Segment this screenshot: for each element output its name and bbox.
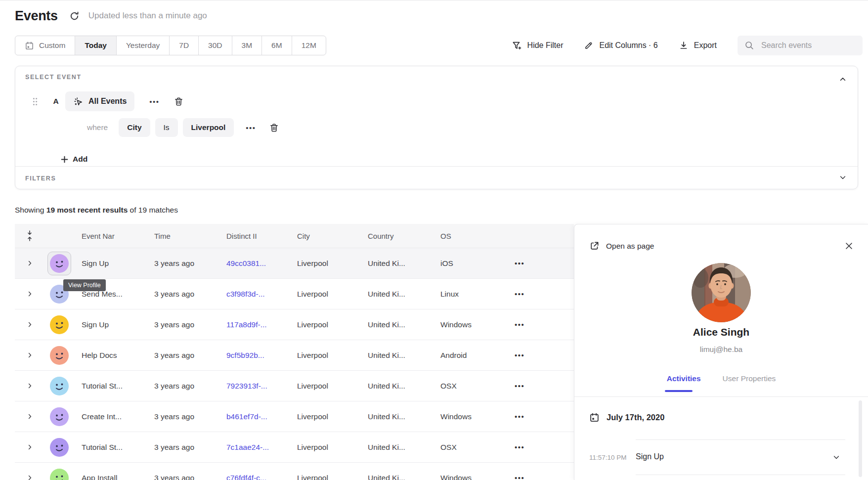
collapse-card-button[interactable] [839,75,847,83]
tab-custom[interactable]: Custom [15,36,75,55]
tab-6m[interactable]: 6M [262,36,292,55]
events-table: Event Nar Time Distinct II City Country … [15,224,574,480]
view-profile-tooltip: View Profile [63,279,106,291]
user-avatar[interactable] [50,407,69,426]
user-avatar[interactable] [50,377,69,395]
country-value: United Ki... [360,443,433,452]
column-header-distinct-id[interactable]: Distinct II [219,232,290,240]
table-row[interactable]: Tutorial St... 3 years ago 7923913f-... … [15,371,574,401]
event-time: 3 years ago [147,351,219,360]
column-header-time[interactable]: Time [147,232,219,240]
property-chip[interactable]: City [119,118,150,137]
column-header-event-name[interactable]: Event Nar [74,232,147,240]
search-box[interactable] [738,36,863,55]
table-row[interactable]: App Install 3 years ago c76fdf4f-c... Li… [15,463,574,480]
distinct-id-link[interactable]: 9cf5b92b... [219,351,290,360]
distinct-id-link[interactable]: 7c1aae24-... [219,443,290,452]
distinct-id-link[interactable]: 49cc0381... [219,259,290,268]
tab-activities[interactable]: Activities [667,374,701,383]
row-actions-button[interactable]: ••• [507,320,574,329]
activity-event-name[interactable]: Sign Up [636,452,664,461]
where-clause-row: where City Is Liverpool ••• [87,118,279,137]
user-avatar[interactable] [50,438,69,457]
hide-filter-label: Hide Filter [527,41,564,50]
edit-columns-label: Edit Columns · 6 [599,41,657,50]
value-chip-label: Liverpool [191,123,226,132]
city-value: Liverpool [290,320,360,329]
collapse-rows-icon[interactable] [15,230,44,241]
expand-row-icon[interactable] [27,413,33,420]
table-row[interactable]: Create Int... 3 years ago b461ef7d-... L… [15,401,574,432]
distinct-id-link[interactable]: c76fdf4f-c... [219,474,290,480]
row-actions-button[interactable]: ••• [507,290,574,298]
operator-chip-label: Is [164,123,170,132]
event-time: 3 years ago [147,382,219,391]
open-as-page-button[interactable]: Open as page [589,241,654,251]
user-avatar[interactable] [50,346,69,365]
column-header-city[interactable]: City [290,232,360,240]
row-actions-button[interactable]: ••• [507,351,574,359]
expand-row-icon[interactable] [27,475,33,480]
tab-30d[interactable]: 30D [199,36,232,55]
user-avatar[interactable] [50,469,69,480]
search-input[interactable] [760,41,856,50]
close-panel-button[interactable] [845,242,853,250]
tab-12m[interactable]: 12M [292,36,326,55]
table-row[interactable]: Help Docs 3 years ago 9cf5b92b... Liverp… [15,340,574,371]
user-avatar[interactable] [50,254,69,273]
filter-builder-card: SELECT EVENT A All Events ••• where City… [15,66,858,189]
expand-row-icon[interactable] [27,260,33,266]
tab-7d[interactable]: 7D [170,36,199,55]
refresh-icon [69,11,80,21]
distinct-id-link[interactable]: 117a8d9f-... [219,320,290,329]
tab-3m[interactable]: 3M [232,36,262,55]
expand-row-icon[interactable] [27,383,33,389]
drag-handle-icon[interactable] [33,97,38,106]
avatar-highlight-box [47,252,71,275]
table-row[interactable]: Sign Up 3 years ago 117a8d9f-... Liverpo… [15,309,574,340]
chevron-down-icon[interactable] [832,453,840,461]
calendar-icon [589,412,600,423]
delete-where-button[interactable] [269,123,279,133]
table-row[interactable]: Sign Up 3 years ago 49cc0381... Liverpoo… [15,248,574,279]
filters-section-toggle[interactable]: FILTERS [15,167,858,189]
distinct-id-link[interactable]: 7923913f-... [219,382,290,391]
edit-columns-button[interactable]: Edit Columns · 6 [584,41,657,50]
operator-chip[interactable]: Is [155,118,178,137]
row-actions-button[interactable]: ••• [507,412,574,421]
value-chip[interactable]: Liverpool [183,118,234,137]
country-value: United Ki... [360,351,433,360]
delete-event-button[interactable] [174,96,184,107]
row-actions-button[interactable]: ••• [507,259,574,267]
tab-today[interactable]: Today [75,36,117,55]
where-more-button[interactable]: ••• [246,124,256,131]
panel-scrollbar[interactable] [859,400,862,477]
os-value: Android [433,351,507,360]
expand-row-icon[interactable] [27,291,33,297]
event-selector-chip[interactable]: All Events [65,91,134,111]
expand-row-icon[interactable] [27,444,33,450]
add-button[interactable]: Add [61,152,87,167]
expand-row-icon[interactable] [27,321,33,328]
user-avatar[interactable] [50,315,69,334]
event-time: 3 years ago [147,320,219,329]
tab-yesterday[interactable]: Yesterday [117,36,170,55]
tab-user-properties[interactable]: User Properties [723,374,776,383]
column-header-country[interactable]: Country [360,232,433,240]
column-header-os[interactable]: OS [433,232,507,240]
export-button[interactable]: Export [679,41,717,50]
table-row[interactable]: Tutorial St... 3 years ago 7c1aae24-... … [15,432,574,463]
divider [0,0,868,0]
refresh-button[interactable] [69,10,81,22]
row-actions-button[interactable]: ••• [507,382,574,390]
distinct-id-link[interactable]: c3f98f3d-... [219,290,290,299]
expand-row-icon[interactable] [27,352,33,358]
event-more-button[interactable]: ••• [149,98,159,105]
row-actions-button[interactable]: ••• [507,474,574,480]
distinct-id-link[interactable]: b461ef7d-... [219,412,290,421]
os-value: OSX [433,382,507,391]
row-actions-button[interactable]: ••• [507,443,574,451]
hide-filter-button[interactable]: Hide Filter [512,41,564,51]
activity-row[interactable]: 11:57:10 PM Sign Up [574,448,868,468]
activity-date-row: July 17th, 2020 [589,412,664,423]
